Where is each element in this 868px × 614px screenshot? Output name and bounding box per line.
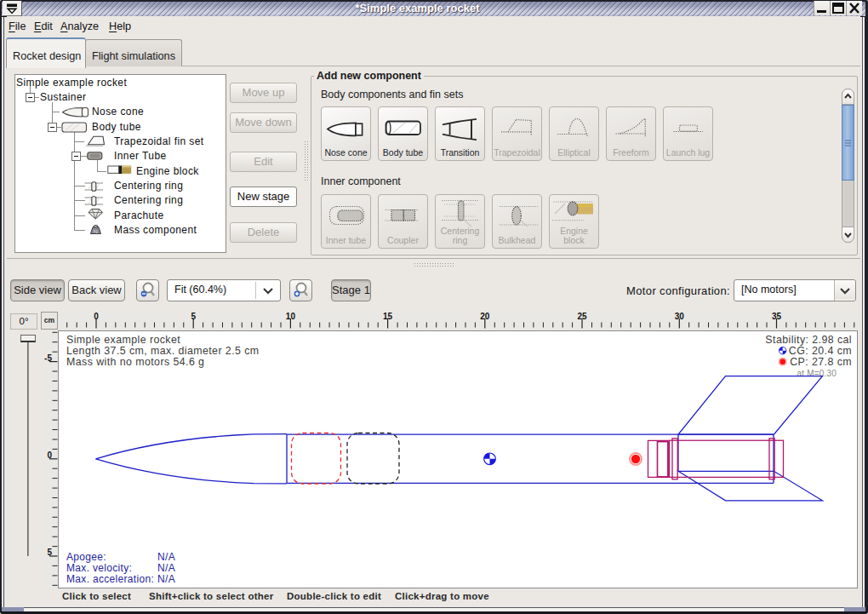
svg-text:5: 5 <box>191 312 196 321</box>
svg-text:35: 35 <box>772 312 782 321</box>
svg-text:15: 15 <box>383 312 393 321</box>
svg-text:20: 20 <box>480 312 490 321</box>
svg-text:25: 25 <box>577 312 587 321</box>
svg-text:-5: -5 <box>44 353 52 363</box>
svg-text:0: 0 <box>94 312 99 321</box>
svg-text:30: 30 <box>675 312 685 321</box>
svg-text:kg: kg <box>94 228 98 232</box>
svg-text:0: 0 <box>47 450 52 460</box>
svg-text:5: 5 <box>47 548 52 557</box>
svg-text:10: 10 <box>286 312 296 321</box>
